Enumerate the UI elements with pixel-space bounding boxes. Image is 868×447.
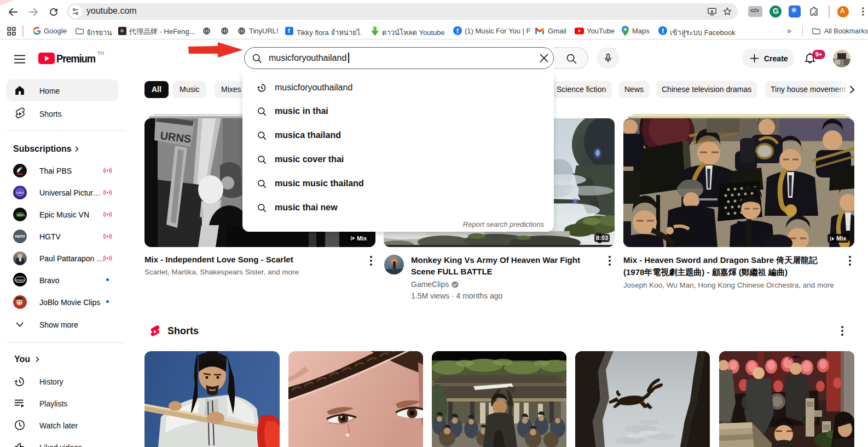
svg-text:UNIV: UNIV [16,191,24,194]
